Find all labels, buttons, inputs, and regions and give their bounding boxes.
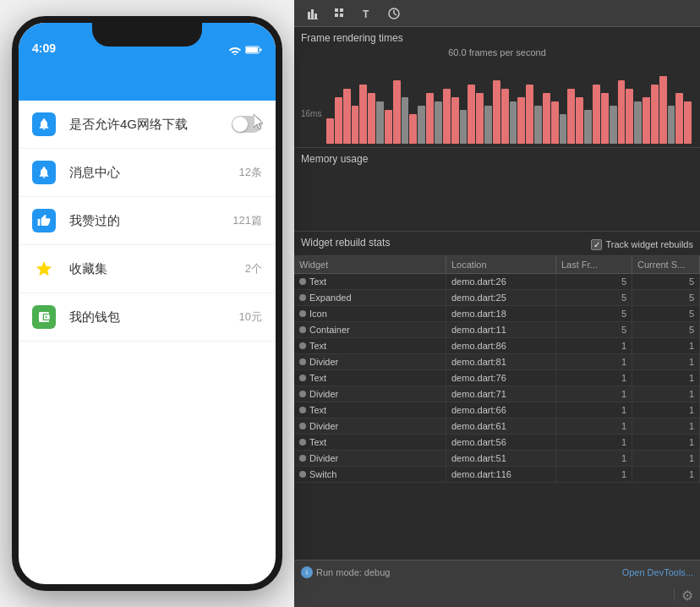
- col-header-location: Location: [446, 256, 556, 273]
- chart-bar: [543, 93, 550, 144]
- clock-button[interactable]: [382, 3, 406, 24]
- table-row[interactable]: Text demo.dart:56 1 1: [294, 435, 700, 451]
- table-row[interactable]: Text demo.dart:76 1 1: [294, 370, 700, 386]
- widget-dot: [299, 375, 306, 381]
- cell-widget: Divider: [294, 451, 446, 466]
- widget-dot: [299, 407, 306, 413]
- cell-location: demo.dart:116: [446, 467, 556, 482]
- wallet-icon: [32, 305, 56, 329]
- phone-app-bar: [19, 60, 276, 101]
- chart-16ms-label: 16ms: [301, 109, 321, 118]
- cell-location: demo.dart:76: [446, 370, 556, 386]
- table-row[interactable]: Divider demo.dart:81 1 1: [294, 354, 700, 370]
- widget-dot: [299, 310, 306, 317]
- list-item[interactable]: 消息中心 12条: [19, 149, 276, 197]
- rebuild-header: Widget rebuild stats Track widget rebuil…: [294, 232, 700, 256]
- table-row[interactable]: Divider demo.dart:51 1 1: [294, 451, 700, 467]
- list-item[interactable]: 我的钱包 10元: [19, 293, 276, 342]
- memory-section: Memory usage: [294, 148, 700, 232]
- status-icons: [228, 45, 262, 55]
- table-row[interactable]: Expanded demo.dart:25 5 5: [294, 290, 700, 306]
- cell-widget: Icon: [294, 306, 446, 321]
- cell-last-fr: 1: [556, 418, 632, 434]
- table-row[interactable]: Divider demo.dart:71 1 1: [294, 386, 700, 402]
- grid-icon: [334, 8, 346, 19]
- item-badge: 121篇: [232, 213, 262, 228]
- cell-widget: Text: [294, 338, 446, 353]
- text-icon: T: [361, 8, 373, 19]
- svg-line-15: [394, 14, 396, 15]
- cell-location: demo.dart:56: [446, 435, 556, 450]
- info-icon: i: [301, 566, 313, 578]
- table-row[interactable]: Divider demo.dart:61 1 1: [294, 418, 700, 435]
- cell-widget: Switch: [294, 467, 446, 482]
- list-item[interactable]: 收藏集 2个: [19, 245, 276, 293]
- cell-current-s: 1: [632, 338, 700, 353]
- chart-bar: [426, 93, 434, 144]
- chart-bar: [451, 97, 459, 144]
- settings-icon[interactable]: ⚙: [681, 588, 693, 604]
- cell-location: demo.dart:86: [446, 338, 556, 353]
- chart-bar: [601, 93, 609, 144]
- toggle-switch[interactable]: [232, 116, 262, 133]
- cell-current-s: 1: [632, 386, 700, 402]
- cell-location: demo.dart:71: [446, 386, 556, 402]
- widget-dot: [299, 342, 306, 349]
- chart-bar: [393, 80, 401, 144]
- widget-dot: [299, 294, 306, 301]
- list-item-text: 是否允许4G网络下载: [69, 117, 232, 133]
- bottom-bar: i Run mode: debug Open DevTools...: [294, 560, 700, 583]
- table-row[interactable]: Text demo.dart:86 1 1: [294, 338, 700, 354]
- cell-current-s: 1: [632, 467, 700, 482]
- cell-current-s: 1: [632, 354, 700, 369]
- open-devtools-button[interactable]: Open DevTools...: [622, 567, 693, 577]
- chart-bar: [460, 110, 468, 144]
- cell-location: demo.dart:61: [446, 418, 556, 434]
- item-badge: 10元: [239, 309, 262, 325]
- cell-widget: Text: [294, 402, 446, 418]
- chart-bar: [335, 97, 342, 144]
- chart-bar: [484, 106, 492, 144]
- track-widget-label[interactable]: Track widget rebuilds: [591, 239, 693, 250]
- rebuild-section: Widget rebuild stats Track widget rebuil…: [294, 232, 700, 560]
- chart-bar: [368, 93, 375, 144]
- grid-button[interactable]: [328, 3, 352, 24]
- table-row[interactable]: Text demo.dart:26 5 5: [294, 274, 700, 290]
- table-row[interactable]: Icon demo.dart:18 5 5: [294, 306, 700, 322]
- rebuild-section-title: Widget rebuild stats: [301, 237, 390, 249]
- widget-dot: [299, 455, 306, 462]
- run-mode-label: Run mode: debug: [316, 567, 390, 577]
- widget-dot: [299, 439, 306, 446]
- cell-last-fr: 1: [556, 338, 632, 353]
- table-row[interactable]: Text demo.dart:66 1 1: [294, 402, 700, 418]
- widget-dot: [299, 358, 306, 365]
- widget-table[interactable]: Widget Location Last Fr... Current S... …: [294, 256, 700, 560]
- bar-chart-button[interactable]: [301, 3, 325, 24]
- fps-label: 60.0 frames per second: [301, 47, 693, 57]
- cell-current-s: 1: [632, 402, 700, 418]
- cell-location: demo.dart:81: [446, 354, 556, 369]
- chart-bar: [435, 101, 442, 144]
- chart-bar: [352, 106, 359, 144]
- star-icon: [32, 257, 56, 281]
- frame-rendering-section: Frame rendering times 60.0 frames per se…: [294, 27, 700, 148]
- divider: [674, 589, 675, 601]
- chart-bar: [468, 85, 475, 144]
- svg-rect-9: [340, 8, 343, 12]
- list-item[interactable]: 是否允许4G网络下载: [19, 101, 276, 149]
- text-button[interactable]: T: [355, 3, 379, 24]
- chart-bar: [326, 118, 334, 144]
- chart-bar: [443, 89, 451, 144]
- table-row[interactable]: Container demo.dart:11 5 5: [294, 322, 700, 338]
- cell-last-fr: 5: [556, 322, 632, 337]
- chart-bar: [626, 89, 633, 144]
- table-row[interactable]: Switch demo.dart:116 1 1: [294, 467, 700, 483]
- cell-last-fr: 1: [556, 402, 632, 418]
- chart-bar: [376, 101, 384, 144]
- cell-widget: Text: [294, 435, 446, 450]
- svg-rect-6: [314, 14, 317, 19]
- track-widget-checkbox[interactable]: [591, 239, 602, 250]
- col-header-current-s: Current S...: [632, 256, 700, 273]
- track-widget-text: Track widget rebuilds: [605, 239, 693, 249]
- list-item[interactable]: 我赞过的 121篇: [19, 197, 276, 245]
